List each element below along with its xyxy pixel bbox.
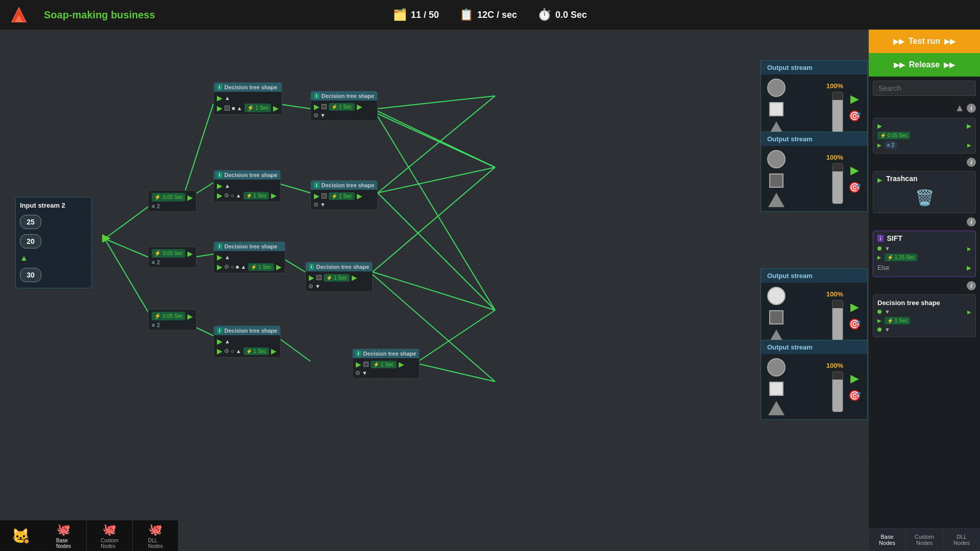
sidebar-tab-base[interactable]: BaseNodes <box>869 529 906 551</box>
info-icon-1[interactable]: i <box>967 104 976 113</box>
output-play-1[interactable]: ▶ <box>850 92 859 106</box>
decision-node-2[interactable]: i Decision tree shape ▶ ⚡1 Sec ▶ ▼ <box>310 91 378 121</box>
node-in-5[interactable]: ▶ <box>217 263 223 271</box>
sidebar-tab-dll[interactable]: DLLNodes <box>943 529 980 551</box>
tab-dll-nodes[interactable]: 🐙 DLLNodes <box>133 520 179 551</box>
node-out-1[interactable]: ▶ <box>217 94 223 102</box>
sidebar-card-decision-1[interactable]: ▶ ▶ ⚡ 0.05 Sec ▶ ≡ 2 ▶ <box>873 118 976 154</box>
port-sq-8 <box>363 362 369 367</box>
decision2-out[interactable]: ▶ <box>967 309 971 315</box>
out-r-2[interactable]: ▶ <box>357 103 362 111</box>
decision-node-8[interactable]: i Decision tree shape ▶ ⚡1 Sec ▶ ▼ <box>352 348 420 379</box>
output-shapes-1 <box>767 79 786 136</box>
timer-stat: ⏱️ 0.0 Sec <box>537 8 587 21</box>
node-out-r-1[interactable]: ▶ <box>273 104 279 112</box>
node-out-7[interactable]: ▶ <box>217 337 223 345</box>
node-out-3[interactable]: ▶ <box>217 182 223 190</box>
out-r-3[interactable]: ▶ <box>271 191 277 199</box>
decision-node-1[interactable]: i Decision tree shape ▶ ▲ ▶ ■ ▲ ⚡1 Sec ▶ <box>213 82 282 115</box>
canvas-area[interactable]: Input stream 2 25 20 ▲ 30 ▶ ⚡0.05 Sec ▶ <box>0 30 868 551</box>
trashcan-play[interactable]: ▶ <box>877 177 882 184</box>
node-title-3: Decision tree shape <box>225 172 278 178</box>
output-refresh-1[interactable]: 🎯 <box>848 110 861 122</box>
decision2-play[interactable]: ▶ <box>877 318 881 323</box>
out-r-6[interactable]: ▶ <box>352 273 357 282</box>
node-in-6[interactable]: ▶ <box>309 273 314 282</box>
svg-line-3 <box>105 239 153 259</box>
proc-arrow-2[interactable]: ▶ <box>187 249 193 258</box>
release-button[interactable]: ▶▶ Release ▶▶ <box>869 53 980 77</box>
tab-custom-nodes[interactable]: 🐙 CustomNodes <box>87 520 133 551</box>
output-play-4[interactable]: ▶ <box>850 372 859 385</box>
connections-svg <box>0 30 868 551</box>
sift-play[interactable]: ▶ <box>877 255 881 260</box>
output-refresh-2[interactable]: 🎯 <box>848 181 861 193</box>
search-input[interactable] <box>873 81 976 96</box>
out-r-4[interactable]: ▶ <box>357 192 362 200</box>
decision-node-5[interactable]: i Decision tree shape ▶ ▲ ▶ ○ ■ ▲ ⚡1 Sec… <box>213 241 285 273</box>
timer-icon: ⏱️ <box>537 8 551 21</box>
output-track-2[interactable] <box>832 163 843 204</box>
proc-node-3[interactable]: ⚡0.05 Sec ▶ ≡ 2 <box>148 309 197 331</box>
sidebar-info-row-2: i <box>869 156 980 169</box>
decision-node-7[interactable]: i Decision tree shape ▶ ▲ ▶ ○ ▲ ⚡1 Sec ▶ <box>213 325 281 358</box>
avatar-area: 🐱 <box>0 520 41 551</box>
port-sq-6 <box>316 275 322 280</box>
node-in-4[interactable]: ▶ <box>314 192 320 200</box>
decision2-dot <box>877 310 881 314</box>
out-r-5[interactable]: ▶ <box>276 263 282 271</box>
chevron-2: ▼ <box>320 112 326 118</box>
output-play-3[interactable]: ▶ <box>850 300 859 314</box>
sidebar-card-decision-2[interactable]: Decision tree shape ▼ ▶ ▶ ⚡ 1 Sec ▼ <box>873 294 976 337</box>
node-in-8[interactable]: ▶ <box>356 360 361 368</box>
sift-else-arrow[interactable]: ▶ <box>967 264 971 271</box>
sift-card[interactable]: i SIFT ▼ ▶ ▶ ⚡ 1.25 Sec Else ▶ <box>873 231 976 277</box>
out-r-7[interactable]: ▶ <box>271 347 277 355</box>
out-r-8[interactable]: ▶ <box>399 360 404 368</box>
proc-arrow-3[interactable]: ▶ <box>187 312 193 320</box>
card-in-1[interactable]: ▶ <box>877 142 881 148</box>
input-stream-play-btn[interactable]: ▶ <box>102 231 111 244</box>
triangle-icon-5: ▲ <box>225 254 230 260</box>
decision-node-6[interactable]: i Decision tree shape ▶ ⚡1 Sec ▶ ▼ <box>305 262 373 292</box>
output-track-4[interactable] <box>832 371 843 412</box>
sidebar-tab-custom[interactable]: CustomNodes <box>906 529 943 551</box>
card-arrow-right-1[interactable]: ▶ <box>967 122 971 130</box>
svg-line-20 <box>419 310 495 361</box>
card-play-1[interactable]: ▶ <box>877 122 882 130</box>
node-in-2[interactable]: ▶ <box>314 103 320 111</box>
node-out-5[interactable]: ▶ <box>217 253 223 261</box>
proc-timer-1: ⚡0.05 Sec <box>152 193 185 202</box>
input-stream-node[interactable]: Input stream 2 25 20 ▲ 30 <box>15 197 92 288</box>
port-3 <box>225 193 229 197</box>
output-square-3 <box>769 310 783 324</box>
trashcan-card[interactable]: ▶ Trashcan 🗑️ <box>873 171 976 213</box>
decision-node-4[interactable]: i Decision tree shape ▶ ⚡1 Sec ▶ ▼ <box>310 180 378 210</box>
output-play-2[interactable]: ▶ <box>850 164 859 177</box>
proc-arrow-1[interactable]: ▶ <box>187 193 193 202</box>
card-out-1[interactable]: ▶ <box>967 142 971 148</box>
avatar: 🐱 <box>12 528 30 544</box>
proc-node-2[interactable]: ⚡0.05 Sec ▶ ≡ 2 <box>148 246 197 268</box>
sift-out[interactable]: ▶ <box>967 246 971 252</box>
info-icon-2[interactable]: i <box>967 158 976 167</box>
info-icon-4[interactable]: i <box>967 281 976 290</box>
info-icon-3[interactable]: i <box>967 217 976 227</box>
decision-node-3[interactable]: i Decision tree shape ▶ ▲ ▶ ○ ▲ ⚡1 Sec ▶ <box>213 170 281 202</box>
tab-base-nodes[interactable]: 🐙 BaseNodes <box>41 520 87 551</box>
output-track-1[interactable] <box>832 92 843 133</box>
proc-node-1[interactable]: ⚡0.05 Sec ▶ ≡ 2 <box>148 190 197 212</box>
output-refresh-4[interactable]: 🎯 <box>848 389 861 402</box>
svg-line-24 <box>373 167 495 272</box>
output-refresh-3[interactable]: 🎯 <box>848 318 861 330</box>
node-in-1[interactable]: ▶ <box>217 104 223 112</box>
output-slider-1: 100% <box>791 82 843 133</box>
proc-count-1: 2 <box>157 204 160 209</box>
port-sq-2 <box>322 104 327 109</box>
output-track-3[interactable] <box>832 300 843 341</box>
node-in-7[interactable]: ▶ <box>217 347 223 355</box>
testrun-button[interactable]: ▶▶ Test run ▶▶ <box>869 30 980 53</box>
svg-line-5 <box>181 104 213 203</box>
decision2-chevron2: ▼ <box>885 327 890 333</box>
node-in-3[interactable]: ▶ <box>217 191 223 199</box>
